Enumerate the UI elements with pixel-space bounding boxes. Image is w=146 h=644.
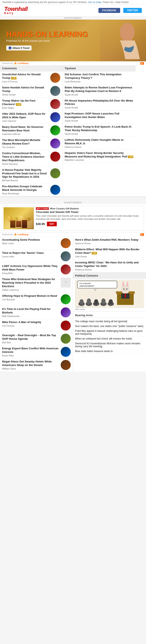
article-link[interactable]: Some Humble Advice for Donald Trump (2, 86, 48, 93)
article-link[interactable]: A House Popular Vote Majority Produced F… (2, 168, 48, 179)
tip-item: Leftists Dishonestly Claim Youngkin Want… (62, 137, 136, 150)
avatar (61, 360, 71, 370)
article-text: Some Humble Advice for Donald Trump Dere… (2, 86, 48, 96)
article-link[interactable]: It's Time to Level the Playing Field for… (2, 308, 59, 314)
article-item: After 2022 Setback, GOP Race for 2024 Is… (0, 111, 62, 124)
bearing-item: When an unbiased fact-check still misses… (75, 336, 144, 341)
lower-left-column: Accentuating Some Positives Mark Lewis T… (0, 237, 73, 372)
article-link[interactable]: Energy Export Bans Conflict With America… (2, 347, 59, 354)
article-link[interactable]: Pro-Abortion Groups Celebrate Black Geno… (2, 185, 48, 192)
article-link[interactable]: Trump Wakes Up the Fact-Checkers! ≡VIP (2, 99, 48, 106)
article-item: The Most Worshipful Michelle Obama Revie… (0, 137, 62, 150)
article-text: It's Time to Level the Playing Field for… (2, 308, 59, 318)
right-article-author: Julio Rosas (75, 255, 144, 258)
article-text: Illegal Aliens Get Swanky Hotels While A… (2, 360, 59, 370)
wine-store-name: Wine Country Gift Baskets (50, 207, 79, 210)
article-item: Beary Good News: NJ Governor Reinstates … (0, 124, 62, 137)
right-article-item: Midterm Effect: What Will Happen With th… (73, 246, 146, 260)
section-spacer (0, 197, 146, 201)
hero-person (102, 20, 144, 61)
lower-article-item: Illegal Aliens Get Swanky Hotels While A… (0, 358, 73, 372)
article-text: Energy Export Bans Conflict With America… (2, 347, 59, 357)
hero-logo-text: Allianz ® Travel (12, 47, 30, 49)
article-link[interactable]: Offering Hope to Pregnant Women in Need (2, 294, 59, 298)
avatar (61, 264, 71, 274)
twitter-button[interactable]: TWITTER (123, 8, 142, 13)
article-link[interactable]: Those Who Embraced New Strategies for Re… (2, 278, 59, 288)
wine-ad-desc: This Lindt Chocolate and Sweets gift tow… (36, 214, 142, 220)
wine-advertisement[interactable]: BUY IT NOW Wine Country Gift Baskets Cho… (0, 204, 146, 232)
tip-link[interactable]: Hispanic Voters Favor Strong Border Secu… (65, 152, 134, 158)
join-link[interactable]: Join us today. (88, 1, 102, 3)
bearing-link[interactable]: The college mass murder being all but ig… (75, 320, 127, 323)
tip-item: Kept Promises: GOP House Launches Full I… (62, 110, 136, 124)
avatar (61, 251, 71, 261)
ad-arrow-right-2: ▶ (140, 233, 144, 236)
article-author: William Davis (2, 368, 59, 370)
svg-text:A: A (10, 47, 11, 49)
article-link[interactable]: Beary Good News: NJ Governor Reinstates … (2, 125, 48, 132)
columnists-section: Columnists Unsolicited Advice for Donald… (0, 66, 62, 196)
svg-text:IT'S A MAJOR: IT'S A MAJOR (80, 282, 90, 284)
logo-area: Townhall Daily (4, 6, 28, 14)
right-article-author: Rebecca Downs (75, 268, 144, 271)
tip-item: Biden Attempts to Revive Student Loan Fo… (62, 84, 136, 98)
article-text: The Most Worshipful Michelle Obama Revie… (2, 138, 48, 148)
ad-arrow-right: ▶ (140, 62, 144, 65)
go-button[interactable]: GO! (47, 222, 57, 226)
article-link[interactable]: Illegal Aliens Get Swanky Hotels While A… (2, 360, 59, 367)
facebook-button[interactable]: FACEBOOK (98, 8, 120, 13)
svg-point-21 (80, 299, 84, 304)
avatar (50, 86, 60, 96)
tip-link[interactable]: Kept Promises: GOP House Launches Full I… (65, 112, 134, 119)
bearing-item: Fried files appeal in lawsuit challengin… (75, 329, 144, 336)
article-author: David Harsanyi (2, 163, 48, 165)
cartoon-image: IT'S A MAJOR ANNOUNCEMENT! (75, 280, 144, 308)
right-article-item: Here's What Zeldin Emailed RNC Members T… (73, 237, 146, 246)
article-author: Bryan Riley (2, 354, 59, 357)
article-link[interactable]: Contra Conventional Wisdom, There Is Lit… (2, 152, 48, 162)
article-text: LGBT Activists Cry Oppression While They… (2, 264, 59, 274)
bearing-link[interactable]: Democrat NJ Assemblyman McKeon makes rac… (75, 342, 140, 348)
article-text: Beary Good News: NJ Governor Reinstates … (2, 125, 48, 135)
article-link[interactable]: Mike Pence: A Man of Integrity (2, 320, 59, 324)
article-author: Josh Hammer (2, 120, 48, 122)
article-item: Unsolicited Advice for Donald Trump ≡VIP… (0, 71, 62, 84)
article-text: Oversight – Real Oversight – Must Be Top… (2, 334, 59, 344)
article-link[interactable]: LGBT Activists Cry Oppression While They… (2, 264, 59, 272)
right-article-link[interactable]: Here's What Zeldin Emailed RNC Members T… (75, 238, 144, 242)
bearing-item: The college mass murder being all but ig… (75, 319, 144, 324)
social-links: FACEBOOK TWITTER (98, 8, 142, 13)
article-author: Laura Hollis (2, 255, 59, 258)
article-link[interactable]: Unsolicited Advice for Donald Trump ≡VIP (2, 73, 48, 80)
right-article-link[interactable]: Incoming NRSC Chair: 'We Have Got to Uni… (75, 261, 144, 268)
bearing-link[interactable]: Gun makers fire back, sue states over "p… (75, 325, 143, 328)
tip-link[interactable]: Biden Attempts to Revive Student Loan Fo… (65, 86, 134, 93)
bearing-link[interactable]: Blue state ballot measure leads to (75, 350, 113, 353)
article-link[interactable]: After 2022 Setback, GOP Race for 2024 Is… (2, 112, 48, 119)
article-link[interactable]: The Most Worshipful Michelle Obama Revie… (2, 138, 48, 146)
wine-price: $38.95 (36, 222, 45, 226)
hero-subtext: Protection for all the reasons you trave… (6, 40, 88, 42)
hero-advertisement[interactable]: HANDS-ON LEARNING Protection for all the… (0, 20, 146, 61)
tip-item: Pelosi Snubs Trump In Exit Speech: A Loo… (62, 124, 136, 137)
article-text: Trump Wakes Up the Fact-Checkers! ≡VIP B… (2, 99, 48, 109)
bearing-link[interactable]: When an unbiased fact-check still misses… (75, 337, 132, 340)
article-link[interactable]: Oversight – Real Oversight – Must Be Top… (2, 334, 59, 341)
article-link[interactable]: Accentuating Some Positives (2, 238, 59, 242)
article-item: Contra Conventional Wisdom, There Is Lit… (0, 150, 62, 167)
article-link[interactable]: Time to Reject the 'Savior' Class (2, 251, 59, 255)
bearing-link[interactable]: Fried files appeal in lawsuit challengin… (75, 330, 143, 335)
svg-rect-15 (125, 294, 126, 298)
tip-link[interactable]: Did Schumer Just Confirm This Immigratio… (65, 73, 134, 80)
right-article-link[interactable]: Midterm Effect: What Will Happen With th… (75, 248, 144, 255)
tip-link[interactable]: Leftists Dishonestly Claim Youngkin Want… (65, 138, 134, 145)
svg-rect-16 (78, 281, 117, 288)
tip-link[interactable]: PA House Impeaches Philadelphia DA Over … (65, 99, 134, 106)
hero-headline: HANDS-ON LEARNING (6, 31, 88, 38)
tip-link[interactable]: Pelosi Snubs Trump In Exit Speech: A Loo… (65, 125, 134, 132)
columnists-header: Columnists (0, 66, 62, 71)
political-cartoons-header: Political Cartoons (73, 272, 146, 278)
political-cartoons-section: Political Cartoons (73, 272, 146, 312)
svg-point-25 (94, 299, 98, 304)
